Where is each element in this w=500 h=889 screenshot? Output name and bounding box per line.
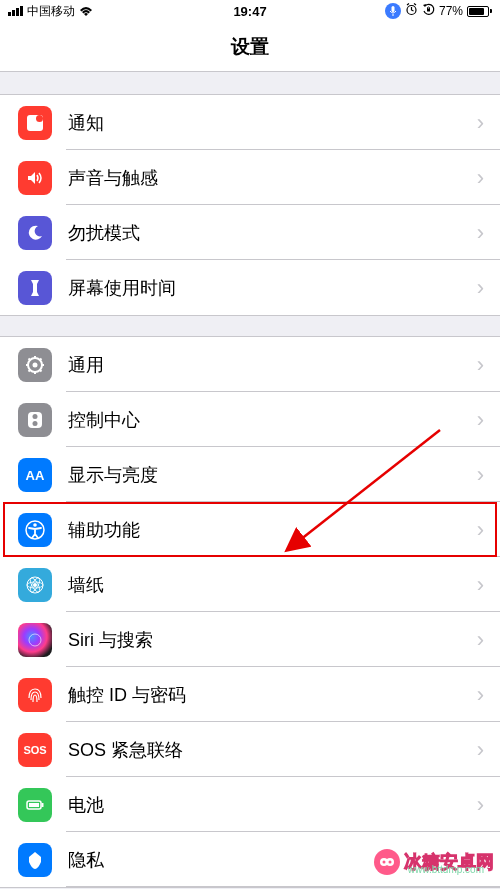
touchid-icon (18, 678, 52, 712)
row-label: 电池 (68, 793, 477, 817)
chevron-right-icon: › (477, 352, 484, 378)
row-display[interactable]: AA 显示与亮度 › (0, 447, 500, 502)
notifications-icon (18, 106, 52, 140)
row-siri[interactable]: Siri 与搜索 › (0, 612, 500, 667)
accessibility-icon (18, 513, 52, 547)
signal-icon (8, 6, 23, 16)
chevron-right-icon: › (477, 682, 484, 708)
chevron-right-icon: › (477, 627, 484, 653)
row-control-center[interactable]: 控制中心 › (0, 392, 500, 447)
watermark-url: www.bttdmp.com (408, 864, 484, 875)
nav-header: 设置 (0, 22, 500, 72)
settings-group-1: 通知 › 声音与触感 › 勿扰模式 › 屏幕使用时间 › (0, 94, 500, 316)
row-dnd[interactable]: 勿扰模式 › (0, 205, 500, 260)
row-label: 勿扰模式 (68, 221, 477, 245)
dnd-icon (18, 216, 52, 250)
chevron-right-icon: › (477, 792, 484, 818)
sos-icon: SOS (18, 733, 52, 767)
chevron-right-icon: › (477, 275, 484, 301)
watermark-badge-icon (374, 849, 400, 875)
row-label: 控制中心 (68, 408, 477, 432)
svg-rect-30 (29, 803, 39, 807)
chevron-right-icon: › (477, 517, 484, 543)
svg-text:SOS: SOS (23, 744, 46, 756)
row-label: 辅助功能 (68, 518, 477, 542)
settings-group-2: 通用 › 控制中心 › AA 显示与亮度 › 辅助功能 › 墙纸 › Siri … (0, 336, 500, 888)
chevron-right-icon: › (477, 462, 484, 488)
chevron-right-icon: › (477, 737, 484, 763)
carrier-label: 中国移动 (27, 3, 75, 20)
svg-rect-29 (42, 803, 44, 807)
svg-point-16 (33, 414, 38, 419)
row-general[interactable]: 通用 › (0, 337, 500, 392)
svg-point-6 (33, 362, 38, 367)
row-touchid[interactable]: 触控 ID 与密码 › (0, 667, 500, 722)
orientation-lock-icon (422, 3, 435, 19)
svg-line-13 (29, 369, 31, 371)
row-wallpaper[interactable]: 墙纸 › (0, 557, 500, 612)
row-sos[interactable]: SOS SOS 紧急联络 › (0, 722, 500, 777)
status-left: 中国移动 (8, 3, 93, 20)
row-label: 墙纸 (68, 573, 477, 597)
control-center-icon (18, 403, 52, 437)
row-label: 声音与触感 (68, 166, 477, 190)
privacy-icon (18, 843, 52, 877)
svg-point-34 (383, 861, 386, 864)
row-label: 通用 (68, 353, 477, 377)
row-screentime[interactable]: 屏幕使用时间 › (0, 260, 500, 315)
svg-rect-0 (391, 6, 394, 12)
svg-line-14 (40, 358, 42, 360)
alarm-icon (405, 3, 418, 19)
row-label: 触控 ID 与密码 (68, 683, 477, 707)
watermark: 冰糖安卓网 www.bttdmp.com (374, 849, 494, 875)
svg-point-20 (33, 523, 37, 527)
display-icon: AA (18, 458, 52, 492)
row-label: SOS 紧急联络 (68, 738, 477, 762)
status-time: 19:47 (233, 4, 266, 19)
sounds-icon (18, 161, 52, 195)
row-label: Siri 与搜索 (68, 628, 477, 652)
battery-icon (467, 6, 492, 17)
voice-icon (385, 3, 401, 19)
row-sounds[interactable]: 声音与触感 › (0, 150, 500, 205)
svg-line-12 (40, 369, 42, 371)
status-bar: 中国移动 19:47 77% (0, 0, 500, 22)
svg-point-35 (389, 861, 392, 864)
svg-point-4 (36, 115, 43, 122)
row-label: 屏幕使用时间 (68, 276, 477, 300)
chevron-right-icon: › (477, 165, 484, 191)
chevron-right-icon: › (477, 572, 484, 598)
chevron-right-icon: › (477, 407, 484, 433)
general-icon (18, 348, 52, 382)
svg-point-25 (33, 583, 37, 587)
wallpaper-icon (18, 568, 52, 602)
battery-icon (18, 788, 52, 822)
row-accessibility[interactable]: 辅助功能 › (0, 502, 500, 557)
chevron-right-icon: › (477, 110, 484, 136)
screentime-icon (18, 271, 52, 305)
row-notifications[interactable]: 通知 › (0, 95, 500, 150)
chevron-right-icon: › (477, 220, 484, 246)
svg-line-11 (29, 358, 31, 360)
siri-icon (18, 623, 52, 657)
row-battery[interactable]: 电池 › (0, 777, 500, 832)
battery-pct: 77% (439, 4, 463, 18)
row-label: 通知 (68, 111, 477, 135)
svg-text:AA: AA (26, 468, 45, 483)
svg-point-17 (33, 421, 38, 426)
svg-point-26 (29, 634, 41, 646)
wifi-icon (79, 6, 93, 17)
page-title: 设置 (231, 34, 269, 60)
row-label: 显示与亮度 (68, 463, 477, 487)
status-right: 77% (385, 3, 492, 19)
